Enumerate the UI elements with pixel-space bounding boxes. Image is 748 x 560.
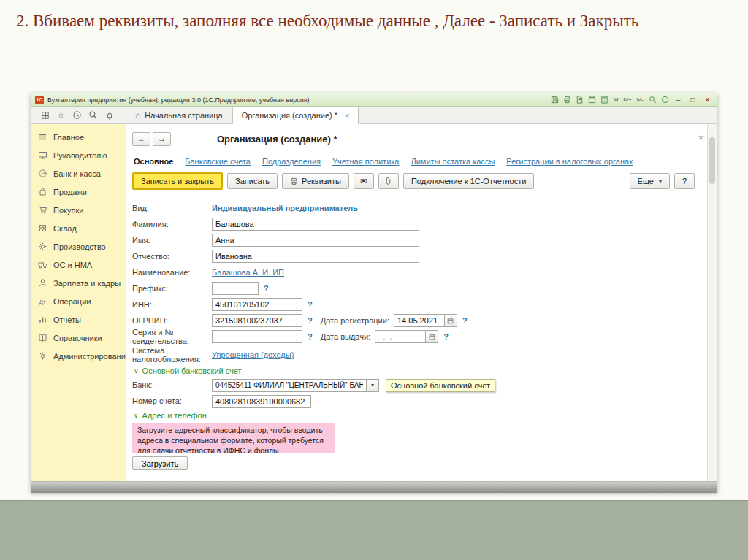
address-section-header[interactable]: ∨ Адрес и телефон	[134, 410, 698, 420]
scale-m-minus-button[interactable]: М-	[636, 96, 644, 103]
inn-help-icon[interactable]: ?	[308, 300, 313, 309]
sidebar-item-label: Справочники	[53, 334, 102, 342]
print-icon[interactable]	[563, 96, 572, 104]
nav-tab-bankovskie-scheta[interactable]: Банковские счета	[185, 157, 251, 166]
bank-input[interactable]	[212, 379, 367, 392]
nav-tab-podrazdeleniya[interactable]: Подразделения	[262, 157, 321, 166]
calendar-icon[interactable]	[588, 96, 597, 104]
save-icon[interactable]	[551, 96, 560, 104]
lastname-input[interactable]	[212, 218, 419, 231]
quick-toolbar: ☆	[31, 107, 126, 123]
address-section-title: Адрес и телефон	[142, 411, 207, 420]
bank-section-header[interactable]: ∨ Основной банковский счет	[134, 366, 698, 375]
fullname-value-link[interactable]: Балашова А. И. ИП	[212, 268, 284, 277]
ogrnip-help-icon[interactable]: ?	[308, 316, 313, 325]
monitor-icon	[38, 150, 47, 160]
nav-tab-registratsii[interactable]: Регистрации в налоговых органах	[506, 157, 633, 166]
sidebar-item-operatsii[interactable]: ДтОперации	[31, 292, 126, 310]
notifications-bell-icon[interactable]	[104, 110, 114, 120]
sidebar-item-administrirovanie[interactable]: Администрирование	[31, 347, 126, 365]
save-button[interactable]: Записать	[227, 173, 278, 189]
regdate-help-icon[interactable]: ?	[462, 316, 468, 325]
scrollbar-thumb[interactable]	[709, 137, 715, 184]
forward-button[interactable]: →	[153, 132, 171, 146]
slide-title: 2. Вбиваем реквизиты, заполняя все необх…	[0, 0, 716, 32]
tab-close-icon[interactable]: ×	[345, 111, 349, 120]
attachment-button[interactable]	[378, 173, 399, 189]
sidebar-item-label: ОС и НМА	[53, 261, 92, 269]
back-button[interactable]: ←	[132, 132, 150, 146]
scale-m-plus-button[interactable]: М+	[622, 96, 632, 103]
regdate-calendar-icon[interactable]	[445, 314, 457, 327]
kind-value-link[interactable]: Индивидуальный предприниматель	[212, 204, 358, 212]
firstname-input[interactable]	[212, 234, 419, 247]
coin-icon	[38, 169, 47, 178]
kind-label: Вид:	[132, 204, 212, 212]
sidebar-item-pokupki[interactable]: Покупки	[31, 201, 126, 219]
bank-label: Банк:	[132, 380, 212, 389]
sidebar-item-zarplata-i-kadry[interactable]: Зарплата и кадры	[31, 274, 126, 292]
series-help-icon[interactable]: ?	[308, 332, 313, 341]
middlename-input[interactable]	[212, 250, 419, 263]
envelope-icon: ✉	[360, 177, 367, 186]
address-classifier-notice: Загрузите адресный классификатор, чтобы …	[132, 423, 335, 453]
load-classifier-button[interactable]: Загрузить	[132, 456, 188, 470]
sidebar-item-bank-i-kassa[interactable]: Банк и касса	[31, 164, 126, 183]
tax-system-value-link[interactable]: Упрощенная (доходы)	[212, 350, 294, 359]
requisites-button[interactable]: Реквизиты	[282, 173, 349, 189]
sidebar-item-sklad[interactable]: Склад	[31, 219, 126, 237]
series-input[interactable]	[212, 330, 302, 343]
issuedate-input[interactable]	[375, 330, 426, 343]
inn-label: ИНН:	[132, 300, 212, 309]
inn-input[interactable]	[212, 298, 302, 311]
zoom-icon[interactable]	[648, 96, 657, 104]
account-number-input[interactable]	[212, 395, 311, 408]
regdate-input[interactable]	[394, 314, 445, 327]
close-window-button[interactable]: ×	[702, 96, 713, 104]
more-button[interactable]: Еще▾	[630, 173, 670, 189]
preview-icon[interactable]	[576, 96, 584, 104]
sidebar-item-otchety[interactable]: Отчеты	[31, 310, 126, 329]
sidebar-item-proizvodstvo[interactable]: Производство	[31, 237, 126, 256]
connect-1c-reporting-button[interactable]: Подключение к 1С-Отчетности	[403, 173, 534, 189]
main-menu-icon[interactable]	[40, 110, 50, 120]
save-and-close-button[interactable]: Записать и закрыть	[132, 172, 223, 190]
collapse-chevron-icon: ∨	[134, 412, 139, 419]
nav-tab-limity-kassy[interactable]: Лимиты остатка кассы	[411, 157, 495, 166]
envelope-button[interactable]: ✉	[354, 173, 374, 189]
sidebar-item-rukovoditelyu[interactable]: Руководителю	[31, 146, 126, 164]
help-button[interactable]: ?	[674, 173, 695, 189]
ogrnip-input[interactable]	[212, 314, 302, 327]
paperclip-icon	[384, 177, 392, 185]
series-label: Серия и № свидетельства:	[132, 328, 212, 345]
sidebar-item-spravochniki[interactable]: Справочники	[31, 329, 126, 347]
sidebar-item-label: Операции	[53, 297, 91, 306]
issuedate-help-icon[interactable]: ?	[443, 332, 449, 341]
sidebar-item-prodazhi[interactable]: Продажи	[31, 183, 126, 201]
search-icon[interactable]	[88, 110, 98, 120]
minimize-button[interactable]: –	[673, 96, 684, 104]
tab-bar: ☆ ⌂ Начальная страница Организация (созд…	[31, 107, 717, 124]
issuedate-calendar-icon[interactable]	[426, 330, 438, 343]
nav-tab-uchetnaya-politika[interactable]: Учетная политика	[332, 157, 399, 166]
tab-home[interactable]: ⌂ Начальная страница	[126, 107, 232, 123]
nav-tab-osnovnoe[interactable]: Основное	[134, 157, 173, 166]
maximize-button[interactable]: □	[687, 96, 698, 104]
history-icon[interactable]	[72, 110, 82, 120]
vertical-scrollbar[interactable]	[707, 124, 717, 481]
scale-m-button[interactable]: М	[613, 96, 619, 103]
form-close-icon[interactable]: ×	[698, 133, 703, 143]
prefix-help-icon[interactable]: ?	[264, 284, 269, 293]
home-icon: ⌂	[135, 110, 140, 120]
calculator-icon[interactable]	[600, 96, 609, 104]
sidebar-item-os-i-nma[interactable]: ОС и НМА	[31, 256, 126, 274]
menu-lines-icon	[38, 132, 47, 142]
favorites-star-icon[interactable]: ☆	[56, 110, 66, 120]
bank-dropdown-icon[interactable]: ▾	[367, 379, 379, 392]
sidebar-item-glavnoe[interactable]: Главное	[31, 128, 126, 146]
sidebar-item-label: Главное	[53, 133, 84, 142]
form-nav-links: Основное Банковские счета Подразделения …	[134, 156, 698, 166]
info-icon[interactable]	[660, 96, 669, 104]
tab-organization-create[interactable]: Организация (создание) * ×	[232, 107, 359, 124]
prefix-input[interactable]	[212, 282, 259, 295]
